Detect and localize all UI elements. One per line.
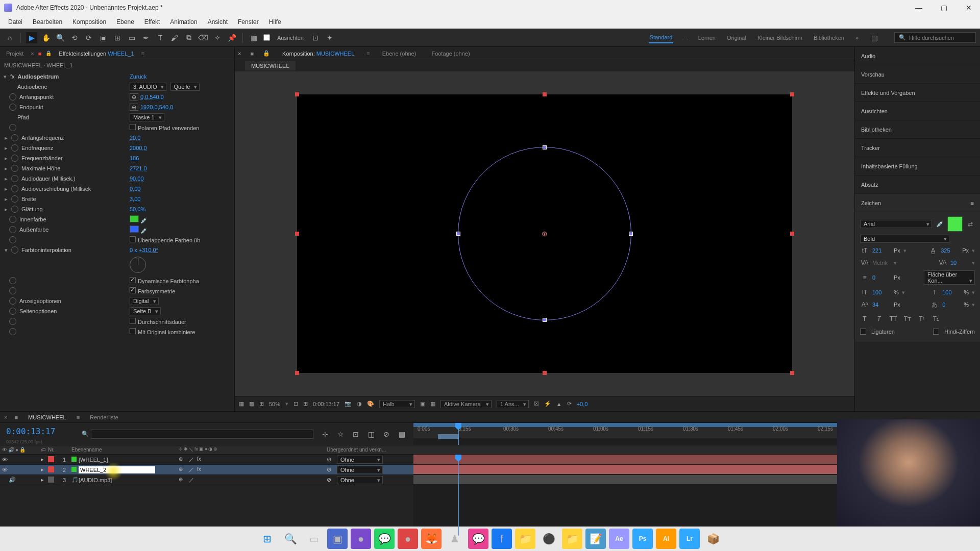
stopwatch-icon[interactable] (11, 134, 18, 141)
workspace-more-icon[interactable]: » (854, 33, 860, 43)
lock-toggle-icon[interactable]: 🔒 (19, 447, 26, 453)
timeline-tab-comp[interactable]: MUSICWHEEL (25, 412, 69, 422)
camera-tool-icon[interactable]: ▣ (97, 32, 109, 43)
audioshift-value[interactable]: 0,00 (130, 186, 140, 192)
zoom-dropdown[interactable]: 50% (269, 401, 280, 407)
puppet-tool-icon[interactable]: 📌 (226, 32, 237, 43)
font-weight-dropdown[interactable]: Bold (860, 235, 949, 243)
mask-vertex[interactable] (543, 145, 547, 149)
draft-3d-icon[interactable]: ☆ (335, 429, 346, 440)
parent-dropdown[interactable]: Ohne (337, 456, 383, 464)
audio-layer-dropdown[interactable]: 3. AUDIO (130, 83, 166, 91)
current-time[interactable]: 0:00:13:17 (0, 423, 82, 439)
workspace-lernen[interactable]: Lernen (697, 33, 717, 43)
endpoint-value[interactable]: 1920,0,540,0 (140, 104, 173, 110)
stopwatch-icon[interactable] (11, 206, 18, 213)
illustrator-icon[interactable]: Ai (656, 529, 676, 549)
close-button[interactable]: ✕ (962, 2, 976, 14)
stopwatch-icon[interactable] (9, 287, 16, 294)
layer-row[interactable]: 👁 ▸ 1 [WHEEL_1] ⊕／fx ⊘ Ohne (0, 455, 413, 465)
composite-checkbox[interactable] (130, 328, 136, 334)
smooth-value[interactable]: 50,0% (130, 206, 145, 212)
expand-arrow-icon[interactable]: ▾ (2, 73, 8, 80)
colorsym-checkbox[interactable] (130, 287, 136, 293)
help-search[interactable]: 🔍 Hilfe durchsuchen (894, 32, 976, 43)
tab-effect-controls[interactable]: Effekteinstellungen WHEEL_1 (56, 48, 137, 59)
endfreq-value[interactable]: 2000,0 (130, 145, 147, 151)
menu-datei[interactable]: Datei (4, 17, 27, 27)
panel-audio[interactable]: Audio (855, 47, 980, 65)
inner-color-swatch[interactable] (130, 215, 139, 222)
selection-handle[interactable] (295, 92, 299, 96)
tab-layer[interactable]: Ebene (ohne) (379, 48, 420, 59)
app-icon[interactable]: ● (351, 529, 371, 549)
eraser-tool-icon[interactable]: ⌫ (198, 32, 209, 43)
audio-source-dropdown[interactable]: Quelle (170, 83, 200, 91)
search-taskbar-icon[interactable]: 🔍 (280, 529, 301, 549)
display-dropdown[interactable]: Digital (130, 297, 159, 305)
align-checkbox[interactable] (263, 34, 270, 41)
channel-toggle-icon[interactable]: ◑ (357, 400, 362, 407)
panel-zeichen[interactable]: Zeichen≡ (855, 194, 980, 212)
tab-project[interactable]: Projekt (3, 48, 27, 59)
avgdur-checkbox[interactable] (130, 318, 136, 324)
explorer-icon[interactable]: 📁 (562, 529, 582, 549)
hand-tool-icon[interactable]: ✋ (40, 32, 52, 43)
app-icon[interactable]: ▣ (327, 529, 348, 549)
time-display[interactable]: 0:00:13:17 (313, 401, 339, 407)
solo-toggle-icon[interactable]: ● (15, 447, 18, 453)
kerning-value[interactable]: Metrik (872, 260, 891, 266)
camera-dropdown[interactable]: Aktive Kamera (440, 400, 492, 408)
pixel-aspect-icon[interactable]: ☒ (534, 400, 539, 407)
firefox-icon[interactable]: 🦊 (421, 529, 442, 549)
selection-tool-icon[interactable]: ▶ (26, 32, 37, 43)
stopwatch-icon[interactable] (11, 165, 18, 172)
startfreq-value[interactable]: 20,0 (130, 135, 140, 141)
comp-panel-icon[interactable]: × (238, 51, 241, 57)
font-size-value[interactable]: 221 (872, 247, 891, 254)
orbit-tool-icon[interactable]: ⟲ (69, 32, 80, 43)
home-icon[interactable]: ⌂ (4, 32, 15, 43)
menu-animation[interactable]: Animation (166, 17, 201, 27)
whatsapp-icon[interactable]: 💬 (374, 529, 395, 549)
width-value[interactable]: 3,00 (130, 196, 140, 202)
hscale-value[interactable]: 100 (942, 289, 961, 295)
extra-icon[interactable]: ✦ (324, 32, 335, 43)
panel-content-aware[interactable]: Inhaltsbasierte Füllung (855, 157, 980, 176)
swap-colors-icon[interactable]: ⇄ (966, 219, 975, 229)
parent-dropdown[interactable]: Ohne (337, 466, 383, 474)
eyedropper-icon[interactable]: 💉 (140, 228, 148, 234)
stopwatch-icon[interactable] (9, 297, 16, 305)
stopwatch-icon[interactable] (11, 246, 18, 254)
start-button[interactable]: ⊞ (257, 529, 277, 549)
stopwatch-icon[interactable] (11, 185, 18, 192)
maximize-button[interactable]: ▢ (937, 2, 951, 14)
path-dropdown[interactable]: Maske 1 (130, 113, 164, 121)
stopwatch-icon[interactable] (11, 195, 18, 203)
mask-vertex[interactable] (456, 232, 460, 236)
playhead[interactable] (458, 423, 459, 445)
3d-icon[interactable]: ▲ (556, 401, 562, 407)
stopwatch-icon[interactable] (9, 308, 16, 315)
roi-icon[interactable]: ▣ (420, 400, 425, 407)
workspace-grid-icon[interactable]: ▦ (869, 32, 880, 43)
layer-rename-input[interactable] (79, 466, 155, 473)
label-icon[interactable]: 🏷 (41, 447, 46, 453)
stopwatch-icon[interactable] (9, 277, 16, 284)
menu-fenster[interactable]: Fenster (234, 17, 263, 27)
smallcaps-button[interactable]: Tᴛ (903, 314, 912, 323)
res-icon[interactable]: ⊞ (259, 400, 264, 407)
tracking-value[interactable]: 10 (950, 260, 969, 266)
minimize-button[interactable]: — (911, 2, 926, 14)
panel-absatz[interactable]: Absatz (855, 176, 980, 194)
exposure-icon[interactable]: ⟳ (567, 400, 572, 407)
angle-dial-icon[interactable] (130, 257, 146, 273)
italic-button[interactable]: T (874, 314, 884, 323)
clone-tool-icon[interactable]: ⧉ (183, 32, 194, 43)
tab-composition[interactable]: Komposition: MUSICWHEEL (279, 48, 357, 59)
obs-icon[interactable]: ⚫ (538, 529, 559, 549)
stopwatch-icon[interactable] (9, 318, 16, 325)
mag-icon[interactable]: ▦ (239, 400, 244, 407)
reset-link[interactable]: Zurück (130, 73, 147, 80)
stopwatch-icon[interactable] (11, 144, 18, 152)
